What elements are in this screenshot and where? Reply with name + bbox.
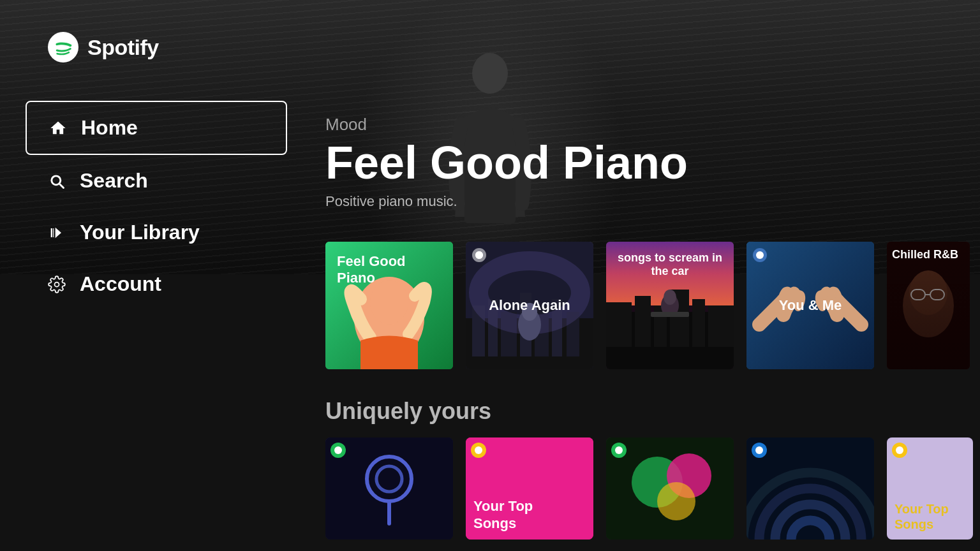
you-and-me-text: You & Me bbox=[746, 242, 874, 369]
playlist-card-alone-again[interactable]: Alone Again bbox=[466, 242, 593, 369]
ucard-2-text: Your TopSongs bbox=[473, 498, 533, 532]
ucard-3-art bbox=[606, 437, 734, 540]
sidebar-item-account[interactable]: Account bbox=[0, 258, 313, 310]
uniquely-card-3[interactable] bbox=[606, 437, 734, 540]
library-label: Your Library bbox=[80, 221, 200, 244]
ucard-1-art bbox=[325, 437, 453, 540]
ucard-5-text: Your TopSongs bbox=[895, 501, 949, 532]
nav-items: Home Search Your Library bbox=[0, 101, 313, 310]
svg-point-52 bbox=[615, 446, 623, 454]
hero-text-area: Mood Feel Good Piano Positive piano musi… bbox=[313, 0, 980, 229]
spotify-logo[interactable]: Spotify bbox=[48, 32, 159, 62]
spotify-logo-icon bbox=[48, 32, 78, 62]
logo-area: Spotify bbox=[0, 32, 313, 101]
sidebar-item-home[interactable]: Home bbox=[26, 101, 287, 155]
home-label: Home bbox=[81, 116, 138, 140]
gear-icon bbox=[48, 276, 66, 293]
playlists-row: Feel GoodPiano bbox=[325, 242, 980, 369]
home-icon bbox=[49, 119, 67, 137]
uniquely-card-your-top-songs-1[interactable]: Your TopSongs bbox=[466, 437, 593, 540]
uniquely-card-your-top-songs-2[interactable]: Your TopSongs bbox=[887, 437, 973, 540]
svg-point-2 bbox=[48, 32, 78, 62]
svg-point-43 bbox=[334, 446, 342, 454]
mood-label: Mood bbox=[325, 115, 980, 135]
svg-point-59 bbox=[755, 446, 763, 454]
ucard-4-art bbox=[746, 437, 874, 540]
playlist-card-chilled-rnb[interactable]: Chilled R&B bbox=[887, 242, 970, 369]
playlist-card-songs-to-scream[interactable]: songs to scream in the car bbox=[606, 242, 734, 369]
account-label: Account bbox=[80, 272, 161, 296]
playlist-card-feel-good-piano[interactable]: Feel GoodPiano bbox=[325, 242, 453, 369]
alone-again-text: Alone Again bbox=[466, 242, 593, 369]
uniquely-yours-row: Your TopSongs bbox=[325, 437, 980, 540]
svg-point-46 bbox=[475, 446, 482, 454]
uniquely-yours-title: Uniquely yours bbox=[325, 398, 980, 425]
playlists-section: Feel GoodPiano bbox=[313, 229, 980, 369]
svg-point-50 bbox=[657, 482, 695, 520]
songs-to-scream-text: songs to scream in the car bbox=[606, 242, 734, 369]
uniquely-yours-section: Uniquely yours bbox=[313, 369, 980, 540]
uniquely-card-4[interactable] bbox=[746, 437, 874, 540]
featured-playlist-title: Feel Good Piano bbox=[325, 140, 980, 186]
chilled-rnb-text: Chilled R&B bbox=[892, 248, 965, 261]
spotify-name: Spotify bbox=[87, 35, 159, 60]
feel-good-piano-content: Feel GoodPiano bbox=[325, 242, 453, 369]
sidebar: Spotify Home Search bbox=[0, 0, 313, 551]
library-icon bbox=[48, 224, 66, 242]
featured-playlist-desc: Positive piano music. bbox=[325, 193, 980, 210]
sidebar-item-search[interactable]: Search bbox=[0, 155, 313, 207]
search-label: Search bbox=[80, 169, 148, 193]
main-content: Mood Feel Good Piano Positive piano musi… bbox=[313, 0, 980, 551]
playlist-card-you-and-me[interactable]: You & Me bbox=[746, 242, 874, 369]
feel-good-piano-text: Feel GoodPiano bbox=[337, 253, 406, 287]
uniquely-card-1[interactable] bbox=[325, 437, 453, 540]
sidebar-item-library[interactable]: Your Library bbox=[0, 207, 313, 258]
svg-point-62 bbox=[896, 446, 903, 454]
search-icon bbox=[48, 172, 66, 190]
